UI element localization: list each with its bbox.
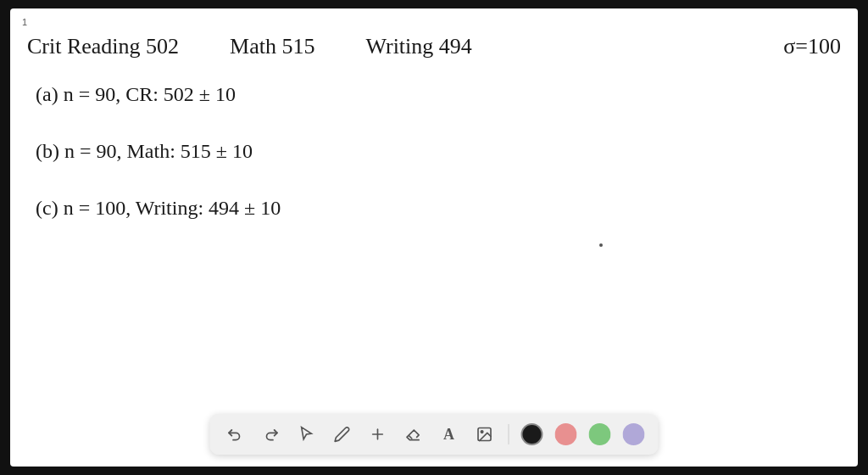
select-button[interactable] <box>295 422 319 446</box>
problem-b-label: (b) <box>36 140 64 162</box>
problem-a: (a) n = 90, CR: 502 ± 10 <box>27 83 841 106</box>
problem-a-text: n = 90, CR: 502 ± 10 <box>64 83 236 105</box>
redo-icon <box>263 426 280 443</box>
undo-button[interactable] <box>224 422 248 446</box>
image-icon <box>476 426 493 443</box>
problem-b: (b) n = 90, Math: 515 ± 10 <box>27 140 841 163</box>
undo-icon <box>227 426 244 443</box>
header-row: Crit Reading 502 Math 515 Writing 494 σ=… <box>27 34 841 59</box>
toolbar: A <box>210 414 659 455</box>
problem-a-label: (a) <box>36 83 64 105</box>
svg-line-2 <box>409 436 412 439</box>
eraser-button[interactable] <box>402 422 426 446</box>
cursor-icon <box>298 426 315 443</box>
pencil-icon <box>334 426 351 443</box>
color-black-swatch[interactable] <box>521 423 543 445</box>
writing-header: Writing 494 <box>365 34 471 59</box>
problem-b-text: n = 90, Math: 515 ± 10 <box>64 140 253 162</box>
content-area: Crit Reading 502 Math 515 Writing 494 σ=… <box>10 8 858 416</box>
pencil-button[interactable] <box>331 422 354 446</box>
whiteboard-screen: 1 Crit Reading 502 Math 515 Writing 494 … <box>10 8 858 467</box>
color-pink-swatch[interactable] <box>555 423 577 445</box>
text-icon: A <box>443 426 454 444</box>
svg-point-4 <box>481 431 483 433</box>
sigma-header: σ=100 <box>783 34 841 59</box>
image-button[interactable] <box>473 422 497 446</box>
eraser-icon <box>405 426 422 443</box>
plus-icon <box>370 426 387 443</box>
crit-reading-header: Crit Reading 502 <box>27 34 179 59</box>
cursor <box>599 243 603 247</box>
problem-c-label: (c) <box>36 197 64 219</box>
problem-c-text: n = 100, Writing: 494 ± 10 <box>64 197 281 219</box>
redo-button[interactable] <box>259 422 283 446</box>
math-header: Math 515 <box>230 34 314 59</box>
add-button[interactable] <box>366 422 390 446</box>
color-green-swatch[interactable] <box>589 423 611 445</box>
text-button[interactable]: A <box>437 422 461 446</box>
color-purple-swatch[interactable] <box>623 423 645 445</box>
problem-c: (c) n = 100, Writing: 494 ± 10 <box>27 197 841 220</box>
toolbar-divider <box>509 424 509 444</box>
